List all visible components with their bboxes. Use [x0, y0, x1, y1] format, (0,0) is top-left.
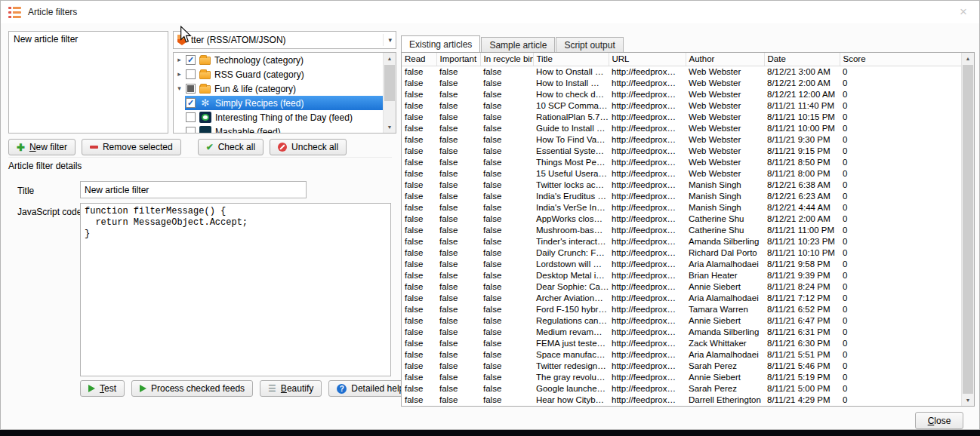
- article-row[interactable]: falsefalsefalseThe gray revolu…http://fe…: [402, 372, 962, 383]
- beautify-button[interactable]: ☰ Beautify: [260, 380, 322, 397]
- article-row[interactable]: falsefalsefalseTwitter redesign…http://f…: [402, 361, 962, 372]
- tree-item[interactable]: ✓✻Simply Recipes (feed): [174, 96, 383, 110]
- article-row[interactable]: falsefalsefalseRegulations can…http://fe…: [402, 315, 962, 327]
- filter-title-input[interactable]: [80, 181, 307, 198]
- tree-item-content[interactable]: RSS Guard (category): [185, 67, 383, 81]
- scroll-up-icon[interactable]: ▲: [962, 53, 974, 64]
- article-row[interactable]: falsefalsefalseRationalPlan 5.7…http://f…: [402, 112, 962, 123]
- column-header-important[interactable]: Important: [436, 53, 480, 66]
- article-cell: false: [402, 395, 436, 406]
- filters-list[interactable]: New article filter: [8, 31, 168, 134]
- detailed-help-button[interactable]: ? Detailed help: [328, 380, 412, 397]
- tree-item[interactable]: ▸✓Technology (category): [174, 53, 383, 67]
- filter-list-item[interactable]: New article filter: [9, 32, 168, 47]
- article-row[interactable]: falsefalsefalseIndia's Eruditus …http://…: [402, 191, 962, 202]
- tree-item-content[interactable]: ✓Technology (category): [185, 53, 383, 67]
- column-header-author[interactable]: Author: [686, 53, 764, 66]
- tree-item[interactable]: ▸RSS Guard (category): [174, 67, 383, 81]
- process-checked-feeds-button[interactable]: Process checked feeds: [131, 380, 253, 397]
- item-checkbox[interactable]: [186, 69, 196, 79]
- tab-sample-article[interactable]: Sample article: [481, 37, 555, 52]
- article-row[interactable]: falsefalsefalseHear how Cityb…http://fee…: [402, 395, 962, 406]
- article-cell: Amanda Silberling: [686, 327, 764, 338]
- article-cell: 0: [840, 112, 962, 123]
- column-header-read[interactable]: Read: [402, 53, 436, 66]
- new-filter-button[interactable]: ✚ New filter: [8, 139, 76, 155]
- folder-icon: [199, 71, 211, 79]
- article-cell: Web Webster: [686, 112, 764, 123]
- tree-item-content[interactable]: Fun & life (category): [185, 81, 383, 96]
- column-header-title[interactable]: Title: [533, 53, 609, 66]
- tree-item[interactable]: ▾Fun & life (category): [174, 81, 383, 96]
- article-row[interactable]: falsefalsefalseThings Most Pe…http://fee…: [402, 157, 962, 168]
- tab-existing-articles[interactable]: Existing articles: [401, 35, 480, 52]
- item-checkbox[interactable]: [186, 127, 196, 134]
- tree-item-content[interactable]: ✓✻Simply Recipes (feed): [185, 96, 383, 110]
- article-row[interactable]: falsefalsefalse15 Useful Usera…http://fe…: [402, 168, 962, 180]
- item-checkbox[interactable]: [186, 84, 196, 94]
- article-row[interactable]: falsefalsefalseGoogle launche…http://fee…: [402, 383, 962, 395]
- item-checkbox[interactable]: [186, 112, 196, 122]
- scroll-down-icon[interactable]: ▼: [384, 121, 396, 133]
- item-checkbox[interactable]: ✓: [186, 98, 196, 108]
- table-scrollbar-thumb[interactable]: [963, 65, 973, 394]
- uncheck-all-button[interactable]: Uncheck all: [270, 139, 347, 155]
- combobox-dropdown-arrow-icon[interactable]: ▾: [383, 34, 392, 46]
- tab-script-output[interactable]: Script output: [556, 37, 623, 52]
- article-row[interactable]: falsefalsefalseEssential Syste…http://fe…: [402, 146, 962, 157]
- article-row[interactable]: falsefalsefalseDaily Crunch: F…http://fe…: [402, 247, 962, 259]
- article-row[interactable]: falsefalsefalseSpace manufac…http://feed…: [402, 349, 962, 361]
- article-row[interactable]: falsefalsefalseDear Sophie: Ca…http://fe…: [402, 281, 962, 293]
- window-title: Article filters: [28, 7, 77, 17]
- article-row[interactable]: falsefalsefalseTinder's interact…http://…: [402, 236, 962, 247]
- article-row[interactable]: falsefalsefalseMedium revam…http://feedp…: [402, 327, 962, 338]
- article-cell: false: [402, 361, 436, 372]
- article-row[interactable]: falsefalsefalseFord F-150 hybr…http://fe…: [402, 304, 962, 315]
- remove-selected-button[interactable]: Remove selected: [82, 139, 181, 155]
- column-header-in-recycle-bin[interactable]: In recycle bin: [480, 53, 533, 66]
- article-cell: 0: [840, 123, 962, 134]
- expand-arrow-icon[interactable]: ▸: [174, 53, 185, 67]
- check-all-button[interactable]: ✔ Check all: [198, 139, 263, 155]
- tree-scrollbar[interactable]: ▲ ▼: [383, 53, 396, 133]
- article-row[interactable]: falsefalsefalseFEMA just teste…http://fe…: [402, 338, 962, 349]
- tree-item-label: Technology (category): [214, 55, 304, 66]
- article-cell: false: [480, 349, 533, 361]
- tree-item-content[interactable]: Interesting Thing of the Day (feed): [185, 110, 383, 124]
- article-row[interactable]: falsefalsefalseGuide to Install …http://…: [402, 123, 962, 134]
- article-row[interactable]: falsefalsefalseHow To Find Va…http://fee…: [402, 134, 962, 146]
- column-header-date[interactable]: Date: [764, 53, 840, 66]
- account-combobox[interactable]: tter (RSS/ATOM/JSON) ▾: [173, 31, 396, 49]
- article-row[interactable]: falsefalsefalseMushroom-bas…http://feedp…: [402, 225, 962, 236]
- column-header-score[interactable]: Score: [840, 53, 962, 66]
- item-checkbox[interactable]: ✓: [186, 55, 196, 65]
- article-cell: 8/12/21 12:00 AM: [764, 89, 840, 100]
- article-row[interactable]: falsefalsefalseHow to check d…http://fee…: [402, 89, 962, 100]
- article-row[interactable]: falsefalsefalseDesktop Metal i…http://fe…: [402, 270, 962, 281]
- article-row[interactable]: falsefalsefalseAppWorks clos…http://feed…: [402, 213, 962, 225]
- article-row[interactable]: falsefalsefalseArcher Aviation…http://fe…: [402, 293, 962, 304]
- article-cell: 8/11/21 8:24 PM: [764, 281, 840, 293]
- article-row[interactable]: falsefalsefalseTwitter locks ac…http://f…: [402, 180, 962, 191]
- feeds-tree[interactable]: ▸✓Technology (category)▸RSS Guard (categ…: [173, 52, 396, 134]
- article-row[interactable]: falsefalsefalseIndia's VerSe In…http://f…: [402, 202, 962, 213]
- tree-item-content[interactable]: Mashable (feed): [185, 124, 383, 134]
- tree-item[interactable]: Mashable (feed): [174, 124, 383, 134]
- collapse-arrow-icon[interactable]: ▾: [174, 81, 185, 96]
- article-row[interactable]: falsefalsefalse10 SCP Comma…http://feedp…: [402, 100, 962, 112]
- tree-scrollbar-thumb[interactable]: [384, 65, 395, 101]
- close-button[interactable]: Close: [915, 412, 963, 429]
- expand-arrow-icon[interactable]: ▸: [174, 67, 185, 81]
- window-close-button[interactable]: ×: [960, 5, 967, 20]
- scroll-up-icon[interactable]: ▲: [384, 53, 396, 64]
- tree-item[interactable]: Interesting Thing of the Day (feed): [174, 110, 383, 124]
- scroll-down-icon[interactable]: ▼: [962, 395, 974, 406]
- article-row[interactable]: falsefalsefalseLordstown will …http://fe…: [402, 259, 962, 270]
- test-button[interactable]: Test: [80, 380, 125, 397]
- article-cell: false: [402, 89, 436, 100]
- column-header-url[interactable]: URL: [609, 53, 686, 66]
- article-row[interactable]: falsefalsefalseHow to Onstall …http://fe…: [402, 66, 962, 78]
- article-row[interactable]: falsefalsefalseHow to Install …http://fe…: [402, 78, 962, 89]
- table-scrollbar[interactable]: ▲ ▼: [961, 53, 974, 406]
- js-code-editor[interactable]: function filterMessage() { return Messag…: [80, 203, 391, 376]
